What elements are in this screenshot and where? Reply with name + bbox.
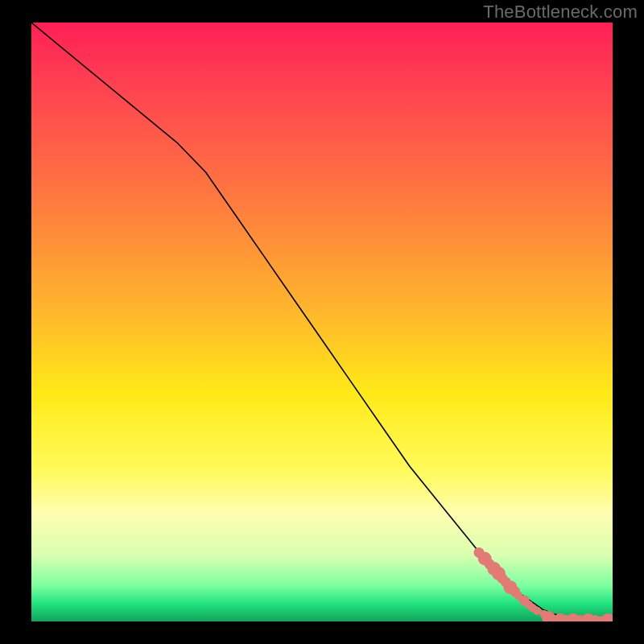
- series-curve-line: [31, 23, 613, 621]
- marker-dot: [601, 613, 613, 621]
- watermark-label: TheBottleneck.com: [483, 2, 638, 23]
- chart-frame: TheBottleneck.com: [0, 0, 644, 644]
- chart-overlay: [31, 23, 613, 621]
- series-markers: [473, 547, 613, 621]
